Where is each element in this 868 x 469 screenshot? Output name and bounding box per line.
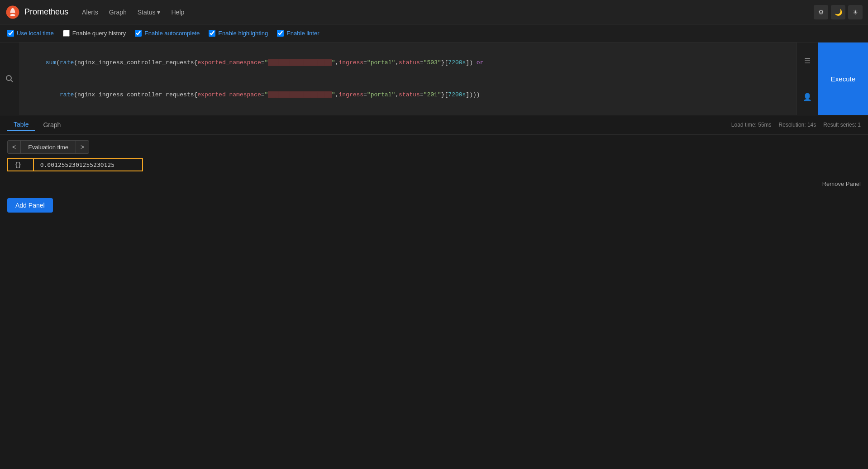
use-local-time-checkbox[interactable]: Use local time: [7, 30, 54, 37]
panel: Table Graph Load time: 55ms Resolution: …: [0, 115, 868, 193]
query-editor[interactable]: sum(rate(nginx_ingress_controller_reques…: [19, 43, 796, 115]
eval-next-button[interactable]: >: [76, 140, 89, 154]
svg-line-3: [11, 80, 13, 82]
enable-highlighting-checkbox[interactable]: Enable highlighting: [209, 30, 268, 37]
settings-button[interactable]: ⚙: [814, 5, 828, 19]
panel-stats: Load time: 55ms Resolution: 14s Result s…: [731, 122, 861, 128]
add-panel-area: Add Panel: [0, 193, 868, 218]
add-panel-button[interactable]: Add Panel: [7, 198, 53, 213]
query-actions: ☰ 👤: [796, 43, 818, 115]
enable-highlighting-input[interactable]: [209, 30, 215, 37]
nav-alerts[interactable]: Alerts: [77, 6, 103, 19]
panel-tabs: Table Graph: [7, 119, 67, 131]
tab-graph[interactable]: Graph: [37, 119, 67, 131]
brand-logo-icon: [5, 5, 20, 19]
enable-highlighting-label: Enable highlighting: [218, 30, 268, 37]
settings-bar: Use local time Enable query history Enab…: [0, 24, 868, 43]
query-container: sum(rate(nginx_ingress_controller_reques…: [0, 43, 868, 115]
tab-table[interactable]: Table: [7, 119, 35, 131]
remove-panel-row: Remove Panel: [0, 177, 868, 193]
eval-prev-button[interactable]: <: [7, 140, 20, 154]
enable-autocomplete-label: Enable autocomplete: [144, 30, 200, 37]
result-element: {}: [8, 159, 33, 171]
history-button[interactable]: ☰: [796, 43, 818, 79]
remove-panel-link[interactable]: Remove Panel: [822, 180, 861, 187]
app-title: Prometheus: [24, 7, 68, 17]
dark-mode-button[interactable]: 🌙: [831, 5, 845, 19]
use-local-time-input[interactable]: [7, 30, 14, 37]
brand: Prometheus: [5, 5, 68, 19]
result-value: 0.0012552301255230125: [33, 159, 143, 171]
enable-query-history-input[interactable]: [63, 30, 70, 37]
enable-query-history-label: Enable query history: [72, 30, 126, 37]
user-button[interactable]: 👤: [796, 79, 818, 115]
nav-status[interactable]: Status ▾: [133, 6, 165, 19]
light-mode-button[interactable]: ☀: [848, 5, 863, 19]
svg-point-1: [10, 14, 15, 16]
nav-links: Alerts Graph Status ▾ Help: [77, 6, 814, 19]
enable-linter-checkbox[interactable]: Enable linter: [277, 30, 319, 37]
navbar: Prometheus Alerts Graph Status ▾ Help ⚙ …: [0, 0, 868, 24]
svg-point-2: [6, 76, 11, 81]
enable-autocomplete-checkbox[interactable]: Enable autocomplete: [135, 30, 200, 37]
enable-autocomplete-input[interactable]: [135, 30, 142, 37]
result-series-stat: Result series: 1: [823, 122, 861, 128]
nav-graph[interactable]: Graph: [105, 6, 131, 19]
eval-time-row: < Evaluation time >: [7, 140, 861, 154]
eval-time-label: Evaluation time: [20, 140, 76, 154]
result-table: {} 0.0012552301255230125: [7, 158, 143, 171]
navbar-right: ⚙ 🌙 ☀: [814, 5, 863, 19]
enable-query-history-checkbox[interactable]: Enable query history: [63, 30, 126, 37]
load-time-stat: Load time: 55ms: [731, 122, 772, 128]
enable-linter-label: Enable linter: [286, 30, 319, 37]
query-line-1: sum(rate(nginx_ingress_controller_reques…: [24, 47, 791, 79]
resolution-stat: Resolution: 14s: [779, 122, 816, 128]
chevron-down-icon: ▾: [157, 9, 160, 16]
panel-tabs-row: Table Graph Load time: 55ms Resolution: …: [0, 115, 868, 135]
query-line-2: rate(nginx_ingress_controller_requests{e…: [24, 79, 791, 110]
nav-help[interactable]: Help: [167, 6, 189, 19]
use-local-time-label: Use local time: [17, 30, 54, 37]
enable-linter-input[interactable]: [277, 30, 284, 37]
table-area: < Evaluation time > {} 0.001255230125523…: [0, 135, 868, 177]
search-icon: [0, 43, 19, 115]
table-row: {} 0.0012552301255230125: [8, 159, 143, 171]
execute-button[interactable]: Execute: [818, 43, 868, 115]
